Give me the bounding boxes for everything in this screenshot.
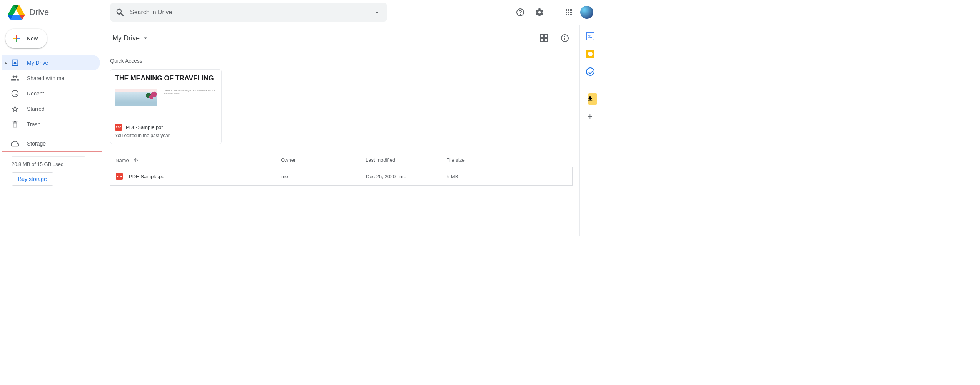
storage-section: Storage 20.8 MB of 15 GB used Buy storag… xyxy=(2,136,100,186)
quick-access-title: Quick Access xyxy=(110,58,573,64)
plus-icon xyxy=(12,33,22,44)
grid-icon xyxy=(539,33,549,43)
main-header: My Drive xyxy=(110,30,573,49)
account-avatar[interactable] xyxy=(580,6,593,19)
sort-arrow-icon xyxy=(133,157,139,163)
expand-icon[interactable]: ▸ xyxy=(5,61,7,65)
nav-label: Trash xyxy=(27,121,40,127)
nav-label: Starred xyxy=(27,106,45,112)
search-options-icon[interactable] xyxy=(372,8,382,17)
breadcrumb-label: My Drive xyxy=(112,34,140,42)
tasks-app-icon[interactable] xyxy=(586,67,594,76)
cloud-icon xyxy=(11,139,19,148)
shared-icon xyxy=(11,74,19,82)
header: Drive xyxy=(0,0,600,25)
nav-storage[interactable]: Storage xyxy=(2,136,100,151)
qa-file-name: PDF-Sample.pdf xyxy=(126,124,163,130)
download-app-icon[interactable] xyxy=(586,95,594,103)
nav-label: Shared with me xyxy=(27,75,64,81)
drive-logo-icon xyxy=(8,5,25,20)
help-button[interactable] xyxy=(513,5,528,20)
info-icon xyxy=(560,33,569,43)
table-header: Name Owner Last modified File size xyxy=(110,157,573,167)
keep-app-icon[interactable] xyxy=(586,50,594,58)
search-input[interactable] xyxy=(130,9,372,16)
details-button[interactable] xyxy=(557,30,573,46)
nav-shared[interactable]: Shared with me xyxy=(2,70,100,86)
col-modified[interactable]: Last modified xyxy=(366,157,446,163)
row-modified: Dec 25, 2020 me xyxy=(366,174,447,179)
add-panel-button[interactable]: + xyxy=(588,112,593,121)
col-owner[interactable]: Owner xyxy=(281,157,366,163)
nav-label: My Drive xyxy=(27,60,48,66)
nav-label: Storage xyxy=(27,141,46,147)
nav-recent[interactable]: Recent xyxy=(2,86,100,101)
chevron-down-icon xyxy=(142,35,149,42)
col-size[interactable]: File size xyxy=(446,157,567,163)
qa-meta: PDF PDF-Sample.pdf You edited in the pas… xyxy=(110,120,221,144)
qa-thumb-quote: "Better to see something once than hear … xyxy=(164,89,217,95)
side-panel-divider xyxy=(586,85,595,85)
pdf-icon: PDF xyxy=(115,124,122,131)
row-name: PDF PDF-Sample.pdf xyxy=(116,173,281,180)
recent-icon xyxy=(11,89,19,98)
qa-thumb-image xyxy=(115,89,157,106)
my-drive-icon xyxy=(11,59,19,67)
search-icon xyxy=(115,8,125,17)
row-size: 5 MB xyxy=(447,174,567,179)
logo[interactable]: Drive xyxy=(3,5,103,20)
storage-bar xyxy=(12,156,85,157)
side-panel: + xyxy=(579,25,600,236)
nav-starred[interactable]: Starred xyxy=(2,101,100,117)
row-owner: me xyxy=(281,174,366,179)
nav-label: Recent xyxy=(27,90,44,97)
header-actions xyxy=(513,5,597,20)
nav-my-drive[interactable]: ▸ My Drive xyxy=(2,55,100,70)
gear-icon xyxy=(535,8,544,17)
apps-icon xyxy=(564,8,573,17)
qa-thumb-heading: THE MEANING OF TRAVELING xyxy=(115,74,217,82)
apps-button[interactable] xyxy=(561,5,576,20)
help-icon xyxy=(516,8,525,17)
qa-file-name-row: PDF PDF-Sample.pdf xyxy=(115,124,217,131)
star-icon xyxy=(11,105,19,113)
grid-view-button[interactable] xyxy=(536,30,552,46)
app-name: Drive xyxy=(29,7,49,17)
trash-icon xyxy=(11,120,19,129)
breadcrumb[interactable]: My Drive xyxy=(110,33,151,44)
nav-trash[interactable]: Trash xyxy=(2,117,100,132)
col-name[interactable]: Name xyxy=(115,157,281,163)
quick-access-card[interactable]: THE MEANING OF TRAVELING "Better to see … xyxy=(110,69,222,144)
buy-storage-button[interactable]: Buy storage xyxy=(12,172,53,186)
settings-button[interactable] xyxy=(532,5,547,20)
file-row[interactable]: PDF PDF-Sample.pdf me Dec 25, 2020 me 5 … xyxy=(110,167,573,186)
new-button-label: New xyxy=(27,35,38,42)
sidebar: New ▸ My Drive Shared with me Recent Sta… xyxy=(0,25,100,236)
file-name: PDF-Sample.pdf xyxy=(129,174,166,179)
calendar-app-icon[interactable] xyxy=(586,32,594,40)
search-bar[interactable] xyxy=(110,3,387,22)
storage-used-text: 20.8 MB of 15 GB used xyxy=(12,161,100,167)
qa-thumbnail: THE MEANING OF TRAVELING "Better to see … xyxy=(110,70,221,120)
main: My Drive Quick Access THE MEANING OF TRA… xyxy=(100,25,579,236)
nav: ▸ My Drive Shared with me Recent Starred… xyxy=(2,55,100,132)
new-button[interactable]: New xyxy=(5,29,47,48)
qa-subtitle: You edited in the past year xyxy=(115,133,217,138)
pdf-icon: PDF xyxy=(116,173,123,180)
